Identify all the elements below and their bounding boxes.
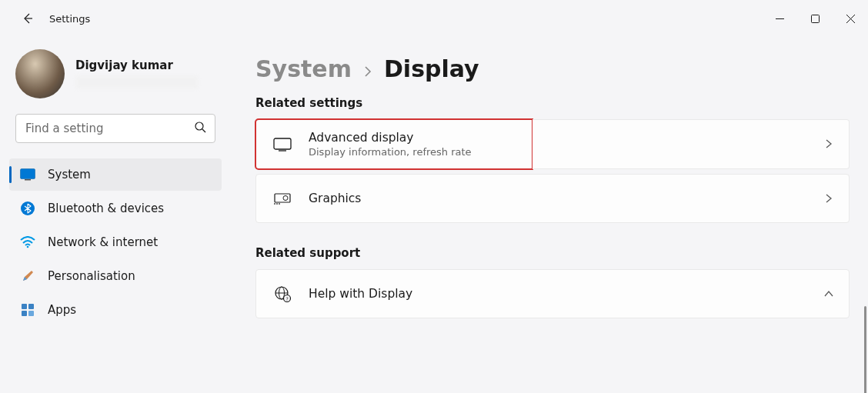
breadcrumb: System Display: [255, 55, 850, 82]
back-arrow-icon: [22, 12, 34, 25]
section-title: Related support: [255, 246, 850, 260]
chevron-up-icon: [824, 287, 833, 301]
card-subtitle: Display information, refresh rate: [309, 146, 516, 158]
chevron-right-icon: [824, 192, 833, 206]
wifi-icon: [20, 235, 35, 250]
globe-help-icon: ?: [273, 285, 292, 302]
card-title: Graphics: [309, 192, 807, 205]
svg-rect-7: [21, 169, 35, 179]
sidebar-nav: System Bluetooth & devices Network & int…: [6, 158, 225, 326]
close-icon: [846, 15, 855, 23]
profile-name: Digvijay kumar: [75, 58, 199, 72]
back-button[interactable]: [12, 3, 43, 34]
svg-point-10: [27, 246, 29, 248]
svg-rect-2: [811, 15, 819, 22]
card-help-with-display[interactable]: ? Help with Display: [255, 269, 850, 318]
sidebar-item-label: Personalisation: [48, 269, 135, 283]
card-advanced-display[interactable]: Advanced display Display information, re…: [255, 119, 532, 169]
section-title: Related settings: [255, 96, 850, 110]
chevron-right-icon: [824, 137, 833, 152]
minimize-icon: [776, 15, 784, 23]
maximize-icon: [811, 15, 820, 23]
sidebar-item-apps[interactable]: Apps: [9, 294, 222, 326]
card-graphics[interactable]: Graphics: [255, 174, 850, 223]
close-button[interactable]: [833, 6, 868, 31]
search-input[interactable]: [15, 114, 215, 143]
search-wrap: [15, 114, 215, 143]
card-title: Advanced display: [309, 131, 516, 145]
sidebar-item-network[interactable]: Network & internet: [9, 226, 222, 258]
sidebar-item-label: Apps: [48, 303, 76, 317]
paintbrush-icon: [20, 268, 35, 284]
svg-rect-14: [28, 311, 34, 316]
avatar: [15, 49, 65, 98]
breadcrumb-parent[interactable]: System: [255, 55, 352, 82]
main-content: System Display Related settings Advanced…: [231, 37, 868, 393]
window-controls: [762, 6, 868, 31]
profile-email: [75, 75, 199, 89]
sidebar: Digvijay kumar System Bluetooth & dev: [0, 37, 231, 393]
card-title: Help with Display: [309, 287, 807, 301]
card-advanced-display-rest[interactable]: [532, 119, 850, 169]
profile-block[interactable]: Digvijay kumar: [6, 43, 225, 114]
svg-rect-11: [22, 304, 27, 309]
sidebar-item-label: Bluetooth & devices: [48, 201, 164, 215]
section-related-support: Related support ? Help with Display: [255, 246, 850, 318]
svg-rect-8: [25, 179, 31, 181]
maximize-button[interactable]: [797, 6, 833, 31]
sidebar-item-bluetooth[interactable]: Bluetooth & devices: [9, 192, 222, 225]
sidebar-item-label: Network & internet: [48, 235, 158, 249]
apps-icon: [20, 302, 35, 318]
titlebar: Settings: [0, 0, 868, 37]
window-title: Settings: [49, 13, 90, 25]
svg-text:?: ?: [285, 296, 288, 301]
breadcrumb-current: Display: [384, 55, 479, 82]
bluetooth-icon: [20, 201, 35, 216]
svg-rect-12: [28, 304, 34, 309]
scrollbar[interactable]: [864, 306, 866, 393]
minimize-button[interactable]: [762, 6, 797, 31]
display-icon: [273, 138, 292, 152]
sidebar-item-personalisation[interactable]: Personalisation: [9, 260, 222, 292]
svg-point-18: [283, 196, 288, 201]
svg-rect-13: [22, 311, 27, 316]
section-related-settings: Related settings Advanced display Displa…: [255, 96, 850, 223]
graphics-card-icon: [273, 192, 292, 205]
scrollbar-thumb[interactable]: [864, 306, 866, 393]
svg-rect-15: [274, 138, 291, 149]
sidebar-item-label: System: [48, 168, 91, 182]
chevron-right-icon: [362, 65, 373, 80]
system-icon: [20, 167, 35, 182]
sidebar-item-system[interactable]: System: [9, 158, 222, 191]
